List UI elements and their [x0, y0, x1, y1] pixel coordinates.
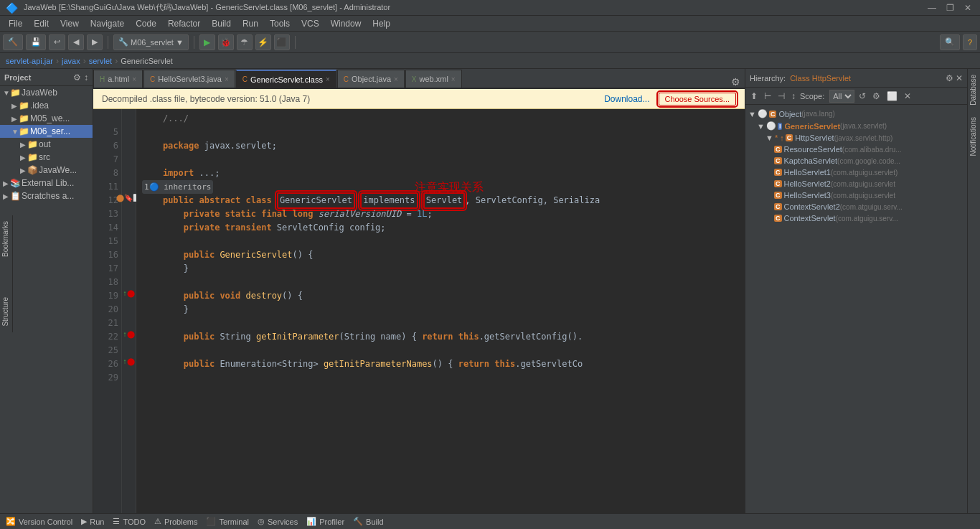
tree-extlib[interactable]: ▶ 📚 External Lib... [0, 177, 93, 189]
code-content[interactable]: 注意实现关系 添加源码 /.../ package javax.servlet;… [136, 109, 745, 513]
hier-item-httpservlet[interactable]: ▼ * ↑ C HttpServlet (javax.servlet.http) [745, 132, 967, 144]
tree-src-label: src [39, 152, 50, 162]
settings-icon[interactable]: ⚙ [73, 72, 81, 83]
hier-item-resource[interactable]: C ResourceServlet (com.alibaba.dru... [745, 144, 967, 155]
resource-name: ResourceServlet [784, 145, 842, 154]
tab-ahtml-close[interactable]: × [132, 75, 136, 83]
toolbar-config-selector[interactable]: 🔧 M06_servlet ▼ [113, 34, 189, 50]
hier-btn2[interactable]: ⊢ [762, 90, 773, 102]
tab-xml-close[interactable]: × [451, 75, 456, 83]
code-line-14: private transient ServletConfig config; [142, 221, 739, 235]
hello1-name: HelloServlet1 [784, 168, 831, 177]
menu-view[interactable]: View [55, 17, 85, 30]
menu-refactor[interactable]: Refactor [162, 17, 206, 30]
tab-settings-btn[interactable]: ⚙ [727, 76, 745, 88]
status-build[interactable]: 🔨 Build [353, 517, 383, 526]
hier-item-ctx[interactable]: C ContextServlet (com.atguigu.serv... [745, 212, 967, 224]
hier-item-kaptcha[interactable]: C KaptchaServlet (com.google.code... [745, 155, 967, 167]
choose-sources-btn[interactable]: Choose Sources... [659, 93, 737, 106]
help-btn[interactable]: ? [963, 34, 977, 50]
tab-object[interactable]: C Object.java × [337, 70, 405, 88]
tree-javaWeb[interactable]: ▼ 📁 JavaWeb [0, 86, 93, 99]
hier-btn4[interactable]: ↕ [789, 90, 798, 102]
folder-idea-icon: 📁 [19, 100, 30, 111]
hier-refresh-btn[interactable]: ↺ [857, 90, 868, 102]
toolbar-back-btn[interactable]: ◀ [68, 34, 84, 50]
problems-icon: ⚠ [154, 517, 161, 526]
hier-item-hello2[interactable]: C HelloServlet2 (com.atguigu.servlet [745, 178, 967, 189]
nav-jar[interactable]: servlet-api.jar [6, 57, 53, 65]
hierarchy-close-btn[interactable]: ⚙ ✕ [946, 73, 963, 83]
status-vcs[interactable]: 🔀 Version Control [6, 517, 72, 526]
close-btn[interactable]: ✕ [961, 3, 974, 13]
config-icon: 🔧 [118, 37, 128, 47]
minimize-btn[interactable]: — [925, 3, 939, 13]
debug-button[interactable]: 🐞 [218, 34, 234, 50]
download-btn[interactable]: Download... [604, 94, 649, 104]
tab-ahtml[interactable]: H a.html × [93, 70, 143, 88]
maximize-btn[interactable]: ❐ [943, 3, 957, 13]
menu-help[interactable]: Help [367, 17, 396, 30]
bookmark-icon: 🔖 [124, 194, 133, 202]
tab-obj-close[interactable]: × [394, 75, 398, 83]
toolbar-save-btn[interactable]: 💾 [26, 34, 46, 50]
search-btn[interactable]: 🔍 [940, 34, 960, 50]
status-todo[interactable]: ☰ TODO [113, 517, 146, 526]
left-bookmarks[interactable]: Bookmarks [0, 215, 12, 263]
tree-javaweb-jar[interactable]: ▶ 📦 JavaWe... [0, 164, 93, 177]
hier-item-genericservlet[interactable]: ▼ ⚪ I GenericServlet (java.x.servlet) [745, 120, 967, 132]
hier-config-btn[interactable]: ⚙ [870, 90, 882, 102]
hier-item-object[interactable]: ▼ ⚪ C Object (java.lang) [745, 108, 967, 120]
toolbar-forward-btn[interactable]: ▶ [87, 34, 103, 50]
profile-button[interactable]: ⚡ [255, 34, 271, 50]
side-notifications[interactable]: Notifications [968, 111, 980, 161]
hier-item-ctx2[interactable]: C ContextServlet2 (com.atguigu.serv... [745, 201, 967, 212]
status-profiler[interactable]: 📊 Profiler [306, 517, 344, 526]
menu-navigate[interactable]: Navigate [85, 17, 130, 30]
menu-edit[interactable]: Edit [28, 17, 55, 30]
menu-tools[interactable]: Tools [264, 17, 296, 30]
status-run[interactable]: ▶ Run [81, 517, 104, 526]
run-button[interactable]: ▶ [199, 34, 215, 50]
coverage-button[interactable]: ☂ [237, 34, 253, 50]
left-structure[interactable]: Structure [0, 291, 12, 332]
hier-btn1[interactable]: ⬆ [748, 90, 760, 102]
hier-expand-btn[interactable]: ⬜ [885, 90, 900, 102]
menu-window[interactable]: Window [325, 17, 367, 30]
expand-icon[interactable]: ↕ [84, 72, 88, 83]
tab-obj-icon: C [344, 75, 349, 83]
tree-idea-label: .idea [30, 100, 49, 111]
menu-code[interactable]: Code [130, 17, 162, 30]
tree-m06[interactable]: ▼ 📁 M06_ser... [0, 125, 93, 138]
tree-src[interactable]: ▶ 📁 src [0, 151, 93, 164]
nav-javax[interactable]: javax [62, 57, 80, 65]
menu-file[interactable]: File [3, 17, 28, 30]
menu-vcs[interactable]: VCS [296, 17, 325, 30]
nav-servlet[interactable]: servlet [89, 57, 112, 65]
tab-webxml[interactable]: X web.xml × [405, 70, 462, 88]
side-database[interactable]: Database [968, 69, 980, 111]
hier-close2-btn[interactable]: ✕ [902, 90, 913, 102]
tree-m05[interactable]: ▶ 📁 M05_we... [0, 112, 93, 125]
stop-button[interactable]: ⬛ [274, 34, 290, 50]
hier-item-hello1[interactable]: C HelloServlet1 (com.atguigu.servlet) [745, 167, 967, 178]
tree-idea[interactable]: ▶ 📁 .idea [0, 99, 93, 112]
tab-helloservlet3[interactable]: C HelloServlet3.java × [143, 70, 235, 88]
scope-select[interactable]: All [829, 90, 854, 103]
status-terminal[interactable]: ⬛ Terminal [206, 517, 249, 526]
tree-scratches[interactable]: ▶ 📋 Scratches a... [0, 189, 93, 202]
tab-genericservlet[interactable]: C GenericServlet.class × [236, 70, 336, 88]
title-controls[interactable]: — ❐ ✕ [925, 3, 974, 13]
code-line-20: } [142, 303, 739, 317]
tab-gs-close[interactable]: × [326, 75, 330, 83]
menu-run[interactable]: Run [237, 17, 264, 30]
status-services[interactable]: ◎ Services [258, 517, 298, 526]
hier-btn3[interactable]: ⊣ [776, 90, 787, 102]
tree-out[interactable]: ▶ 📁 out [0, 138, 93, 151]
toolbar-undo-btn[interactable]: ↩ [49, 34, 65, 50]
menu-build[interactable]: Build [206, 17, 237, 30]
status-problems[interactable]: ⚠ Problems [154, 517, 197, 526]
toolbar-build-btn[interactable]: 🔨 [3, 34, 23, 50]
hier-item-hello3[interactable]: C HelloServlet3 (com.atguigu.servlet [745, 189, 967, 201]
tab-hs3-close[interactable]: × [225, 75, 229, 83]
